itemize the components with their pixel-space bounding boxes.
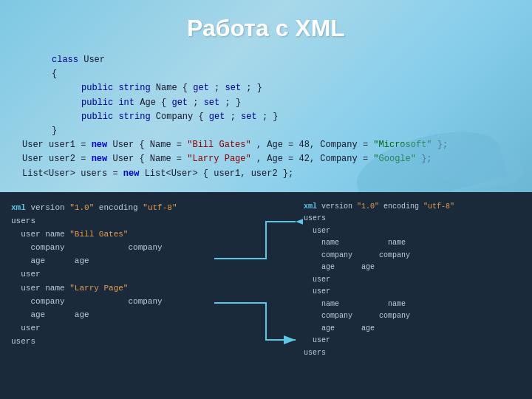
class-name: User — [83, 55, 105, 65]
right-xml-panel: xml version "1.0" encoding "utf-8" users… — [293, 192, 532, 399]
code-line-class: class User — [52, 53, 510, 67]
right-xml-name1: name name — [304, 237, 521, 250]
xml-line-users-open: users — [11, 214, 282, 228]
right-xml-user2: user — [304, 286, 521, 299]
right-xml-age2: age age — [304, 323, 521, 335]
right-xml-declaration: xml version "1.0" encoding "utf-8" — [304, 201, 521, 214]
code-line-name: public string Name { get ; set ; } — [81, 81, 510, 95]
right-xml-user1: user — [304, 225, 521, 238]
right-xml-user2-close: user — [304, 335, 521, 347]
right-xml-user1-close: user — [304, 274, 521, 287]
xml-line-company2: company company — [11, 295, 282, 308]
right-xml-company1: company company — [304, 250, 521, 262]
xml-line-age2: age age — [11, 308, 282, 321]
code-line-brace-open: { — [52, 67, 510, 81]
right-xml-age1: age age — [304, 262, 521, 274]
top-code-section: Работа с XML class User { public string … — [0, 0, 532, 192]
right-xml-name2: name name — [304, 299, 521, 311]
bottom-section: xml version "1.0" encoding "utf-8" users… — [0, 192, 532, 399]
xml-line-user1-close: user — [11, 267, 282, 281]
xml-line-declaration: xml version "1.0" encoding "utf-8" — [11, 201, 282, 214]
xml-line-user1-open: user name "Bill Gates" — [11, 228, 282, 241]
code-line-company: public string Company { get ; set ; } — [81, 110, 510, 124]
left-xml-panel: xml version "1.0" encoding "utf-8" users… — [0, 192, 293, 399]
slide-title: Работа с XML — [22, 15, 510, 42]
right-xml-users-open: users — [304, 213, 521, 225]
right-xml-users-close: users — [304, 347, 521, 360]
xml-line-user2-open: user name "Larry Page" — [11, 282, 282, 295]
xml-line-users-close: users — [11, 335, 282, 348]
xml-line-company1: company company — [11, 241, 282, 254]
right-xml-company2: company company — [304, 310, 521, 323]
xml-line-user2-close: user — [11, 321, 282, 335]
keyword-class: class — [52, 55, 78, 65]
code-line-age: public int Age { get ; set ; } — [81, 96, 510, 110]
xml-line-age1: age age — [11, 254, 282, 267]
